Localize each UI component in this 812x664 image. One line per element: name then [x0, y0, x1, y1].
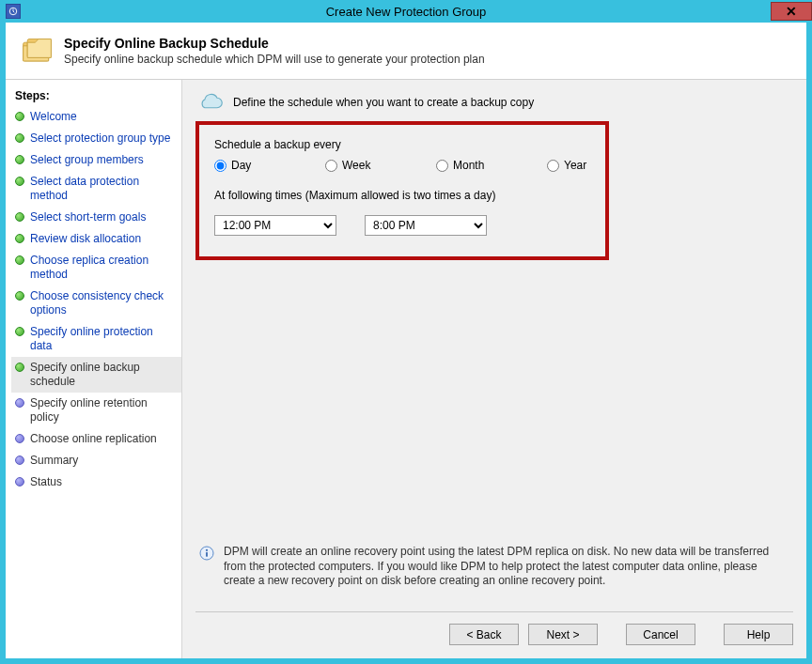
app-icon	[6, 4, 21, 19]
step-label: Status	[30, 475, 62, 489]
info-icon	[199, 546, 214, 561]
radio-week-input[interactable]	[325, 160, 337, 172]
step-item: Choose online replication	[11, 428, 181, 450]
step-label: Specify online backup schedule	[30, 361, 176, 389]
step-item[interactable]: Select protection group type	[11, 128, 181, 149]
step-item[interactable]: Select data protection method	[11, 171, 181, 207]
svg-point-4	[206, 549, 208, 551]
radio-day[interactable]: Day	[214, 159, 325, 172]
step-bullet-icon	[15, 291, 24, 301]
step-item[interactable]: Specify online protection data	[11, 321, 181, 357]
wizard-window: Create New Protection Group ✕ Specify On…	[0, 0, 812, 664]
step-item: Specify online backup schedule	[11, 357, 181, 393]
time-select-2[interactable]: 8:00 PM	[365, 215, 487, 236]
svg-rect-5	[206, 552, 208, 557]
time-selects-row: 12:00 PM 8:00 PM	[214, 215, 590, 236]
help-button[interactable]: Help	[724, 624, 793, 645]
step-item[interactable]: Welcome	[11, 106, 181, 128]
step-item: Summary	[11, 450, 181, 471]
radio-year[interactable]: Year	[547, 159, 586, 172]
radio-year-label: Year	[564, 159, 586, 172]
step-label: Select short-term goals	[30, 210, 146, 224]
page-title: Specify Online Backup Schedule	[64, 36, 485, 51]
window-title: Create New Protection Group	[0, 5, 812, 19]
page-header: Specify Online Backup Schedule Specify o…	[6, 23, 806, 80]
radio-day-input[interactable]	[214, 160, 226, 172]
step-item: Status	[11, 471, 181, 493]
step-bullet-icon	[15, 456, 24, 465]
step-item[interactable]: Choose replica creation method	[11, 250, 181, 286]
steps-sidebar: Steps: WelcomeSelect protection group ty…	[6, 80, 182, 658]
step-label: Select data protection method	[30, 175, 176, 203]
step-label: Choose consistency check options	[30, 289, 176, 317]
folder-icon	[21, 36, 55, 66]
schedule-box: Schedule a backup every Day Week Month	[195, 121, 609, 260]
define-text: Define the schedule when you want to cre…	[233, 96, 534, 109]
step-item: Specify online retention policy	[11, 393, 181, 428]
info-row: DPM will create an online recovery point…	[195, 545, 793, 589]
step-item[interactable]: Select short-term goals	[11, 207, 181, 228]
step-label: Welcome	[30, 110, 77, 124]
page-subtitle: Specify online backup schedule which DPM…	[64, 53, 485, 66]
step-label: Specify online protection data	[30, 325, 176, 353]
times-label: At following times (Maximum allowed is t…	[214, 189, 590, 202]
info-text: DPM will create an online recovery point…	[224, 545, 789, 589]
step-label: Select group members	[30, 153, 144, 167]
step-item[interactable]: Review disk allocation	[11, 228, 181, 250]
step-bullet-icon	[15, 212, 24, 222]
close-button[interactable]: ✕	[771, 2, 812, 21]
step-bullet-icon	[15, 133, 24, 143]
step-bullet-icon	[15, 327, 24, 336]
radio-month-input[interactable]	[436, 160, 448, 172]
step-label: Summary	[30, 454, 78, 468]
step-bullet-icon	[15, 112, 24, 121]
radio-week-label: Week	[342, 159, 370, 172]
time-select-1[interactable]: 12:00 PM	[214, 215, 336, 236]
steps-heading: Steps:	[11, 87, 181, 106]
step-bullet-icon	[15, 234, 24, 243]
button-bar: < Back Next > Cancel Help	[195, 611, 793, 645]
step-bullet-icon	[15, 155, 24, 164]
close-icon: ✕	[786, 4, 797, 19]
step-item[interactable]: Choose consistency check options	[11, 286, 181, 321]
back-button[interactable]: < Back	[449, 624, 519, 645]
step-label: Review disk allocation	[30, 232, 141, 246]
step-label: Choose replica creation method	[30, 254, 176, 282]
step-label: Choose online replication	[30, 432, 157, 446]
step-bullet-icon	[15, 477, 24, 486]
radio-month[interactable]: Month	[436, 159, 547, 172]
step-bullet-icon	[15, 255, 24, 265]
frequency-radio-group: Day Week Month Year	[214, 159, 590, 172]
next-button[interactable]: Next >	[528, 624, 598, 645]
step-item[interactable]: Select group members	[11, 149, 181, 171]
step-bullet-icon	[15, 434, 24, 443]
radio-day-label: Day	[231, 159, 251, 172]
schedule-label: Schedule a backup every	[214, 138, 590, 151]
cloud-icon	[197, 93, 224, 112]
step-label: Specify online retention policy	[30, 396, 176, 425]
radio-year-input[interactable]	[547, 160, 559, 172]
step-bullet-icon	[15, 363, 24, 372]
step-label: Select protection group type	[30, 131, 170, 146]
wizard-body: Steps: WelcomeSelect protection group ty…	[6, 80, 806, 658]
step-bullet-icon	[15, 177, 24, 186]
radio-month-label: Month	[453, 159, 484, 172]
cancel-button[interactable]: Cancel	[626, 624, 695, 645]
radio-week[interactable]: Week	[325, 159, 436, 172]
step-bullet-icon	[15, 398, 24, 408]
define-row: Define the schedule when you want to cre…	[195, 89, 793, 121]
main-panel: Define the schedule when you want to cre…	[182, 80, 806, 658]
titlebar: Create New Protection Group ✕	[0, 0, 812, 23]
